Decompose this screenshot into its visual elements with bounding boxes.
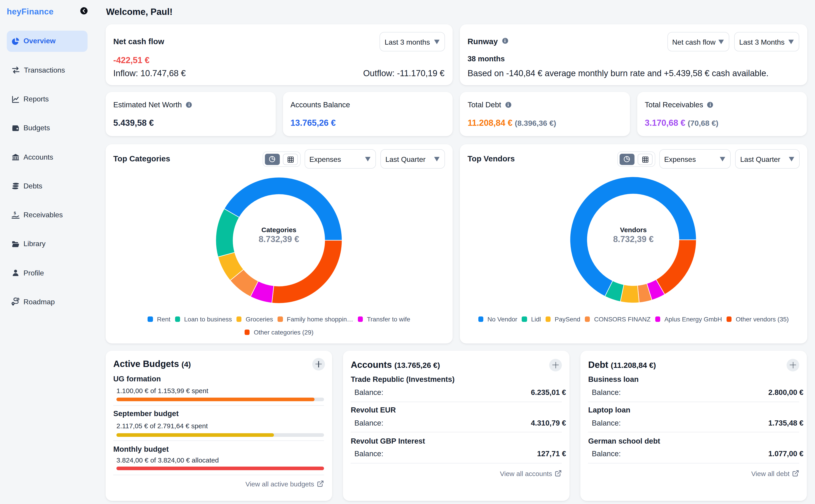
- svg-text:$: $: [14, 211, 16, 215]
